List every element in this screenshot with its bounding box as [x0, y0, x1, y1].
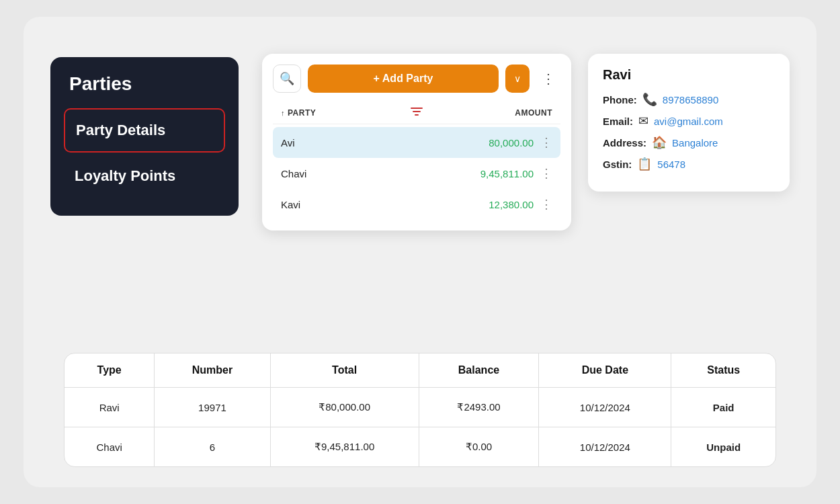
party-amount: 9,45,811.00: [480, 168, 534, 179]
phone-label: Phone:: [603, 94, 637, 106]
party-name: Avi: [281, 137, 489, 149]
col-type: Type: [65, 353, 155, 388]
cell-type: Ravi: [65, 388, 155, 427]
party-more-icon[interactable]: ⋮: [540, 135, 552, 150]
email-value: avi@gmail.com: [654, 116, 723, 127]
add-party-button[interactable]: + Add Party: [308, 65, 499, 93]
add-party-dropdown-button[interactable]: ∨: [505, 65, 530, 93]
gstin-label: Gstin:: [603, 159, 632, 170]
party-list-panel: 🔍 + Add Party ∨ ⋮ ↑ PARTY AMOUN: [262, 54, 571, 230]
amount-column-header: AMOUNT: [423, 108, 552, 118]
party-table-header: ↑ PARTY AMOUNT: [273, 102, 560, 124]
table-header-row: Type Number Total Balance Due Date Statu…: [65, 353, 775, 388]
cell-total: ₹80,000.00: [270, 388, 419, 427]
cell-status: Unpaid: [671, 427, 775, 467]
contact-card: Ravi Phone: 📞 8978658890 Email: ✉ avi@gm…: [588, 54, 790, 192]
more-icon: ⋮: [542, 71, 555, 87]
party-more-icon[interactable]: ⋮: [540, 166, 552, 181]
address-label: Address:: [603, 137, 646, 149]
search-icon: 🔍: [280, 71, 294, 86]
party-name: Chavi: [281, 168, 480, 179]
cell-type: Chavi: [65, 427, 155, 467]
cell-total: ₹9,45,811.00: [270, 427, 419, 467]
filter-icon[interactable]: [411, 108, 423, 118]
cell-number: 6: [155, 427, 270, 467]
sidebar: Parties Party Details Loyalty Points: [50, 57, 239, 216]
sidebar-title: Parties: [64, 73, 225, 95]
contact-phone-row: Phone: 📞 8978658890: [603, 92, 775, 107]
cell-status: Paid: [671, 388, 775, 427]
col-number: Number: [155, 353, 270, 388]
search-button[interactable]: 🔍: [273, 65, 301, 93]
party-amount: 80,000.00: [489, 137, 534, 149]
cell-number: 19971: [155, 388, 270, 427]
contact-name: Ravi: [603, 67, 775, 83]
party-name: Kavi: [281, 199, 489, 210]
transaction-table-wrapper: Type Number Total Balance Due Date Statu…: [64, 353, 776, 467]
contact-gstin-row: Gstin: 📋 56478: [603, 157, 775, 171]
more-options-button[interactable]: ⋮: [536, 67, 560, 91]
col-status: Status: [671, 353, 775, 388]
main-container: Parties Party Details Loyalty Points 🔍 +…: [24, 17, 816, 487]
cell-balance: ₹0.00: [419, 427, 539, 467]
contact-email-row: Email: ✉ avi@gmail.com: [603, 114, 775, 128]
address-icon: 🏠: [652, 135, 667, 150]
gstin-value: 56478: [657, 159, 685, 170]
sidebar-item-loyalty-points[interactable]: Loyalty Points: [64, 155, 225, 197]
col-balance: Balance: [419, 353, 539, 388]
address-value: Bangalore: [672, 137, 718, 149]
sidebar-item-label: Loyalty Points: [75, 167, 175, 184]
email-icon: ✉: [638, 114, 648, 128]
sidebar-item-label: Party Details: [76, 122, 165, 138]
cell-due-date: 10/12/2024: [539, 388, 671, 427]
up-arrow-icon: ↑: [281, 109, 285, 117]
cell-balance: ₹2493.00: [419, 388, 539, 427]
party-row-avi[interactable]: Avi 80,000.00 ⋮: [273, 127, 560, 158]
col-due-date: Due Date: [539, 353, 671, 388]
panel-toolbar: 🔍 + Add Party ∨ ⋮: [273, 65, 560, 93]
add-party-label: + Add Party: [374, 73, 433, 85]
table-row: Ravi 19971 ₹80,000.00 ₹2493.00 10/12/202…: [65, 388, 775, 427]
col-total: Total: [270, 353, 419, 388]
party-column-header: ↑ PARTY: [281, 108, 411, 118]
cell-due-date: 10/12/2024: [539, 427, 671, 467]
party-more-icon[interactable]: ⋮: [540, 197, 552, 212]
party-amount: 12,380.00: [489, 199, 534, 210]
phone-icon: 📞: [642, 92, 657, 107]
transaction-table: Type Number Total Balance Due Date Statu…: [65, 353, 775, 466]
chevron-down-icon: ∨: [514, 73, 521, 84]
sidebar-item-party-details[interactable]: Party Details: [64, 108, 225, 153]
party-row-chavi[interactable]: Chavi 9,45,811.00 ⋮: [273, 158, 560, 189]
gstin-icon: 📋: [637, 157, 652, 171]
phone-value: 8978658890: [663, 94, 718, 106]
table-row: Chavi 6 ₹9,45,811.00 ₹0.00 10/12/2024 Un…: [65, 427, 775, 467]
email-label: Email:: [603, 116, 633, 127]
party-row-kavi[interactable]: Kavi 12,380.00 ⋮: [273, 189, 560, 220]
contact-address-row: Address: 🏠 Bangalore: [603, 135, 775, 150]
